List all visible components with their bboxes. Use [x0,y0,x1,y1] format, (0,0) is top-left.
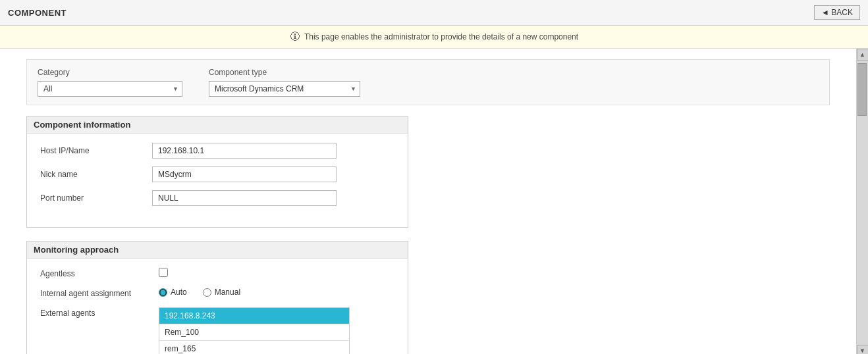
category-field-group: Category All Application Network Databas… [38,68,182,97]
agents-list: 192.168.8.243 Rem_100 rem_165 rmt_8.57 [159,307,350,354]
monitoring-header: Monitoring approach [27,241,408,259]
port-input[interactable] [152,190,337,206]
monitoring-section: Monitoring approach Agentless Internal a… [26,241,408,354]
auto-label: Auto [171,288,187,297]
internal-agent-label: Internal agent assignment [40,288,146,298]
auto-radio-option[interactable]: Auto [159,288,187,297]
component-type-select-wrapper: Microsoft Dynamics CRM Apache MySQL IIS … [209,81,360,97]
content-area: Category All Application Network Databas… [0,49,856,354]
port-row: Port number [40,190,394,206]
component-info-header: Component information [27,116,408,134]
manual-radio-option[interactable]: Manual [203,288,240,297]
category-label: Category [38,68,182,77]
agentless-row: Agentless [40,268,394,278]
agentless-label: Agentless [40,268,146,278]
info-icon: 🛈 [290,31,300,43]
nickname-row: Nick name [40,166,394,182]
host-ip-label: Host IP/Name [40,146,139,155]
main-content: Category All Application Network Databas… [0,49,868,354]
host-ip-input[interactable] [152,143,337,159]
page-wrapper: COMPONENT ◄ BACK 🛈 This page enables the… [0,0,868,354]
component-type-field-group: Component type Microsoft Dynamics CRM Ap… [209,68,360,97]
agentless-checkbox-wrapper [159,268,168,277]
back-button[interactable]: ◄ BACK [814,5,860,20]
agent-item-0[interactable]: 192.168.8.243 [159,308,349,324]
agent-assignment-radio-group: Auto Manual [159,288,240,297]
nickname-label: Nick name [40,170,139,179]
manual-label: Manual [215,288,240,297]
external-agents-label: External agents [40,307,146,318]
monitoring-title: Monitoring approach [34,245,119,255]
scrollbar: ▲ ▼ [856,49,868,354]
info-message: This page enables the administrator to p… [304,32,578,41]
component-type-select[interactable]: Microsoft Dynamics CRM Apache MySQL IIS … [209,81,360,97]
scroll-track [857,61,868,345]
agent-item-1[interactable]: Rem_100 [159,324,349,341]
internal-agent-row: Internal agent assignment Auto Manual [40,288,394,298]
page-title: COMPONENT [8,8,67,18]
auto-radio[interactable] [159,288,167,297]
host-ip-row: Host IP/Name [40,143,394,159]
agentless-checkbox[interactable] [159,268,168,277]
nickname-input[interactable] [152,166,337,182]
header-bar: COMPONENT ◄ BACK [0,0,868,26]
component-type-label: Component type [209,68,360,77]
manual-radio[interactable] [203,288,211,297]
info-banner: 🛈 This page enables the administrator to… [0,26,868,49]
component-info-section: Component information Host IP/Name Nick … [26,116,408,228]
category-select[interactable]: All Application Network Database Server [38,81,182,97]
scroll-thumb[interactable] [857,63,867,116]
category-row: Category All Application Network Databas… [26,59,830,105]
agent-item-2[interactable]: rem_165 [159,341,349,354]
component-info-title: Component information [34,120,130,130]
category-select-wrapper: All Application Network Database Server [38,81,182,97]
scroll-up-button[interactable]: ▲ [857,49,869,61]
port-label: Port number [40,193,139,203]
external-agents-row: External agents 192.168.8.243 Rem_100 re… [40,307,394,354]
scroll-down-button[interactable]: ▼ [857,345,869,354]
